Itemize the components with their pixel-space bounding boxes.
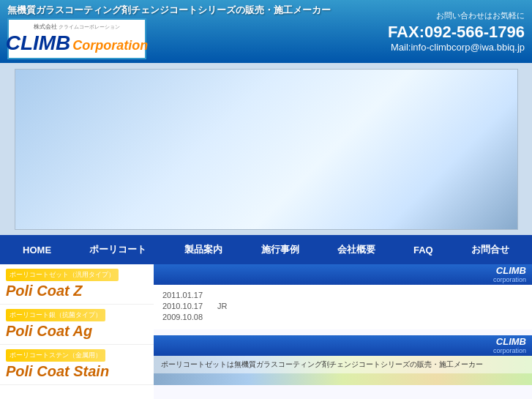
news-cat-2: JR bbox=[217, 302, 239, 310]
sidebar-product-1: Poli Coat Z bbox=[6, 282, 148, 299]
sidebar-label-1: ポーリコートゼット（汎用タイプ） bbox=[6, 269, 119, 281]
news-date-3: 2009.10.08 bbox=[162, 313, 210, 321]
sidebar-label-2: ポーリコート銀（抗菌タイプ） bbox=[6, 309, 105, 321]
logo-main: CLIMB Corporation bbox=[6, 31, 149, 55]
logo-corporation-text: Corporation bbox=[72, 38, 148, 53]
header-right: お問い合わせはお気軽に FAX:092-566-1796 Mail:info-c… bbox=[388, 10, 525, 53]
nav-products[interactable]: 製品案内 bbox=[176, 237, 231, 262]
inquiry-label: お問い合わせはお気軽に bbox=[388, 10, 525, 21]
news-cat-1 bbox=[217, 291, 239, 299]
header-tagline: 無機質ガラスコーティング剤チェンジコートシリーズの販売・施工メーカー bbox=[7, 4, 331, 17]
nav-faq[interactable]: FAQ bbox=[405, 239, 442, 261]
news-row-2: 2010.10.17 JR bbox=[162, 302, 523, 310]
news-date-1: 2011.01.17 bbox=[162, 291, 210, 299]
news-row-1: 2011.01.17 bbox=[162, 291, 523, 299]
content-header-bar-1: CLIMB corporation bbox=[154, 264, 532, 285]
fax-number: FAX:092-566-1796 bbox=[388, 23, 525, 42]
logo-company: 株式会社 クライムコーポレーション bbox=[34, 23, 120, 31]
content-header-bar-2: CLIMB corporation bbox=[154, 335, 532, 356]
logo-climb-text: CLIMB bbox=[6, 31, 71, 55]
news-cat-3 bbox=[217, 313, 239, 321]
sidebar-product-2: Poli Coat Ag bbox=[6, 322, 148, 340]
nav-home[interactable]: HOME bbox=[14, 239, 60, 261]
header-left: 無機質ガラスコーティング剤チェンジコートシリーズの販売・施工メーカー 株式会社 … bbox=[7, 4, 331, 59]
sidebar-product-3: Poli Coat Stain bbox=[6, 362, 148, 380]
news-row-3: 2009.10.08 bbox=[162, 313, 523, 321]
nav-bar: HOME ポーリコート 製品案内 施行事例 会社概要 FAQ お問合せ bbox=[0, 235, 532, 264]
content-logo-2: CLIMB corporation bbox=[493, 336, 526, 355]
content-area: CLIMB corporation 2011.01.17 2010.10.17 … bbox=[154, 264, 532, 399]
sidebar-label-3: ポーリコートステン（金属用） bbox=[6, 349, 105, 362]
mail-address: Mail:info-climbcorp@iwa.bbiq.jp bbox=[388, 42, 525, 53]
nav-company[interactable]: 会社概要 bbox=[329, 237, 384, 262]
content-logo-1: CLIMB corporation bbox=[493, 265, 526, 284]
banner-area bbox=[0, 63, 532, 235]
banner-image bbox=[15, 69, 518, 230]
nav-poli-coat[interactable]: ポーリコート bbox=[80, 237, 155, 262]
nav-contact[interactable]: お問合せ bbox=[462, 237, 518, 262]
sidebar: ポーリコートゼット（汎用タイプ） Poli Coat Z ポーリコート銀（抗菌タ… bbox=[0, 264, 154, 399]
logo-box[interactable]: 株式会社 クライムコーポレーション CLIMB Corporation bbox=[7, 18, 146, 59]
sidebar-item-polistain[interactable]: ポーリコートステン（金属用） Poli Coat Stain bbox=[0, 345, 154, 385]
sidebar-item-poliag[interactable]: ポーリコート銀（抗菌タイプ） Poli Coat Ag bbox=[0, 305, 154, 345]
bottom-text: ポーリコートゼットは無機質ガラスコーティング剤チェンジコートシリーズの販売・施工… bbox=[154, 356, 532, 373]
bottom-strip: ポーリコートゼットは無機質ガラスコーティング剤チェンジコートシリーズの販売・施工… bbox=[154, 356, 532, 385]
news-date-2: 2010.10.17 bbox=[162, 302, 210, 310]
main-content: ポーリコートゼット（汎用タイプ） Poli Coat Z ポーリコート銀（抗菌タ… bbox=[0, 264, 532, 399]
news-items: 2011.01.17 2010.10.17 JR 2009.10.08 bbox=[154, 285, 532, 329]
header: 無機質ガラスコーティング剤チェンジコートシリーズの販売・施工メーカー 株式会社 … bbox=[0, 0, 532, 63]
nav-cases[interactable]: 施行事例 bbox=[252, 237, 308, 262]
sidebar-item-poliz[interactable]: ポーリコートゼット（汎用タイプ） Poli Coat Z bbox=[0, 264, 154, 305]
